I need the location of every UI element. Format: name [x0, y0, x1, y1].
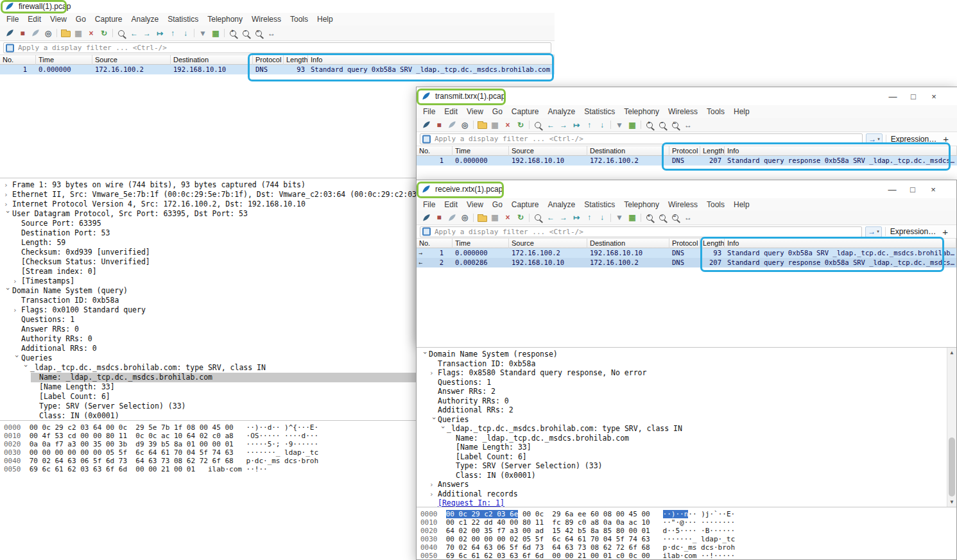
- detail-row[interactable]: ›Additional records: [417, 489, 956, 499]
- menu-analyze[interactable]: Analyze: [544, 107, 580, 116]
- menu-go[interactable]: Go: [488, 107, 507, 116]
- save-file-icon[interactable]: ▦: [488, 212, 501, 223]
- expander-icon[interactable]: ›: [13, 305, 21, 315]
- menu-statistics[interactable]: Statistics: [580, 107, 619, 116]
- go-to-packet-icon[interactable]: ↦: [570, 119, 583, 131]
- detail-row[interactable]: [Request In: 1]: [417, 498, 956, 507]
- stop-capture-icon[interactable]: ■: [433, 119, 445, 131]
- expander-icon[interactable]: ›: [3, 287, 13, 295]
- title-bar[interactable]: receive.rxtx(1).pcap — □ ×: [417, 180, 956, 198]
- expander-icon[interactable]: ›: [4, 190, 12, 199]
- find-packet-icon[interactable]: [531, 119, 544, 131]
- start-capture-icon[interactable]: [420, 212, 433, 223]
- zoom-in-icon[interactable]: [227, 28, 239, 39]
- close-file-icon[interactable]: ×: [501, 119, 514, 131]
- menu-telephony[interactable]: Telephony: [203, 15, 247, 24]
- capture-options-icon[interactable]: ◎: [458, 212, 471, 223]
- colorize-icon[interactable]: ▦: [209, 28, 222, 39]
- detail-row[interactable]: ›Queries: [417, 415, 956, 425]
- menu-file[interactable]: File: [418, 107, 440, 116]
- scroll-down-icon[interactable]: ▼: [947, 497, 956, 507]
- column-header-time[interactable]: Time: [36, 55, 92, 65]
- menu-tools[interactable]: Tools: [702, 107, 729, 116]
- column-header-source[interactable]: Source: [92, 55, 171, 65]
- detail-row[interactable]: [Label Count: 6]: [417, 452, 956, 462]
- colorize-icon[interactable]: ▦: [626, 119, 639, 131]
- column-header-time[interactable]: Time: [453, 146, 509, 156]
- go-to-packet-icon[interactable]: ↦: [153, 28, 166, 39]
- menu-edit[interactable]: Edit: [440, 200, 462, 209]
- close-button[interactable]: ×: [923, 185, 944, 194]
- go-first-packet-icon[interactable]: ↑: [166, 28, 179, 39]
- go-last-packet-icon[interactable]: ↓: [596, 119, 608, 131]
- add-filter-button[interactable]: +: [940, 226, 953, 237]
- autoscroll-icon[interactable]: ▼: [613, 212, 626, 223]
- expression-button[interactable]: Expression…: [885, 227, 940, 236]
- menu-analyze[interactable]: Analyze: [127, 15, 164, 24]
- expander-icon[interactable]: ›: [21, 364, 31, 372]
- menu-statistics[interactable]: Statistics: [163, 15, 203, 24]
- filter-bookmark-icon[interactable]: [6, 44, 14, 52]
- save-file-icon[interactable]: ▦: [488, 119, 501, 131]
- stop-capture-icon[interactable]: ■: [433, 212, 445, 223]
- display-filter-input[interactable]: [3, 42, 551, 53]
- go-first-packet-icon[interactable]: ↑: [583, 212, 596, 223]
- detail-row[interactable]: ›Flags: 0x8580 Standard query response, …: [417, 368, 956, 378]
- title-bar[interactable]: firewall(1).pcap — □ ×: [0, 0, 555, 13]
- resize-columns-icon[interactable]: ↔: [682, 119, 694, 131]
- go-first-packet-icon[interactable]: ↑: [583, 119, 596, 131]
- column-header-destination[interactable]: Destination: [171, 55, 253, 65]
- expander-icon[interactable]: ›: [13, 276, 21, 286]
- menu-view[interactable]: View: [46, 15, 71, 24]
- go-last-packet-icon[interactable]: ↓: [596, 212, 608, 223]
- column-header-protocol[interactable]: Protocol: [669, 239, 700, 248]
- hex-row[interactable]: 0030 00 02 00 00 00 02 05 5f 6c 64 61 70…: [420, 535, 956, 543]
- hex-row[interactable]: 0040 70 02 64 63 06 5f 6d 73 64 63 73 08…: [420, 543, 956, 552]
- menu-capture[interactable]: Capture: [507, 107, 544, 116]
- detail-row[interactable]: ›_ldap._tcp.dc._msdcs.brohilab.com: type…: [417, 424, 956, 434]
- restart-capture-icon[interactable]: [445, 212, 458, 223]
- column-header-no[interactable]: No.: [417, 146, 453, 156]
- detail-row[interactable]: ›Domain Name System (response): [417, 350, 956, 359]
- hex-row[interactable]: 0010 00 c1 22 dd 40 00 80 11 fc 89 c0 a8…: [420, 518, 956, 527]
- menu-telephony[interactable]: Telephony: [619, 107, 664, 116]
- capture-options-icon[interactable]: ◎: [42, 28, 55, 39]
- resize-columns-icon[interactable]: ↔: [265, 28, 278, 39]
- detail-row[interactable]: Additional RRs: 2: [417, 405, 956, 415]
- packet-row[interactable]: 1→0.000000172.16.100.2192.168.10.10DNS93…: [417, 248, 956, 258]
- minimize-button[interactable]: —: [882, 185, 902, 194]
- expression-button[interactable]: Expression…: [886, 135, 941, 144]
- filter-bookmark-icon[interactable]: [422, 135, 431, 143]
- title-bar[interactable]: transmit.txrx(1).pcap — □ ×: [417, 87, 957, 105]
- apply-filter-button[interactable]: → ▾: [865, 226, 882, 237]
- column-header-info[interactable]: Info: [725, 146, 957, 156]
- menu-help[interactable]: Help: [729, 200, 754, 209]
- autoscroll-icon[interactable]: ▼: [613, 119, 626, 131]
- scroll-up-icon[interactable]: ▲: [947, 348, 956, 357]
- menu-go[interactable]: Go: [488, 200, 507, 209]
- menu-edit[interactable]: Edit: [23, 15, 46, 24]
- menu-capture[interactable]: Capture: [91, 15, 127, 24]
- go-forward-icon[interactable]: →: [557, 119, 570, 131]
- column-header-protocol[interactable]: Protocol: [253, 55, 284, 65]
- zoom-in-icon[interactable]: [643, 212, 656, 223]
- go-back-icon[interactable]: ←: [544, 119, 557, 131]
- menu-capture[interactable]: Capture: [507, 200, 544, 209]
- reload-capture-icon[interactable]: ↻: [514, 212, 527, 223]
- column-header-info[interactable]: Info: [725, 239, 956, 248]
- hex-row[interactable]: 0000 00 0c 29 c2 03 6e 00 0c 29 6a ee 60…: [420, 510, 956, 518]
- minimize-button[interactable]: —: [883, 92, 903, 101]
- stop-capture-icon[interactable]: ■: [16, 28, 29, 39]
- detail-scrollbar[interactable]: ▲ ▼: [947, 348, 956, 507]
- column-header-source[interactable]: Source: [509, 146, 587, 156]
- close-file-icon[interactable]: ×: [85, 28, 98, 39]
- zoom-out-icon[interactable]: [239, 28, 252, 39]
- detail-row[interactable]: Class: IN (0x0001): [417, 471, 956, 480]
- capture-options-icon[interactable]: ◎: [458, 119, 471, 131]
- go-last-packet-icon[interactable]: ↓: [179, 28, 192, 39]
- detail-row[interactable]: Name: _ldap._tcp.dc._msdcs.brohilab.com: [417, 434, 956, 443]
- open-file-icon[interactable]: [476, 212, 488, 223]
- menu-go[interactable]: Go: [71, 15, 91, 24]
- go-to-packet-icon[interactable]: ↦: [570, 212, 583, 223]
- menu-analyze[interactable]: Analyze: [544, 200, 580, 209]
